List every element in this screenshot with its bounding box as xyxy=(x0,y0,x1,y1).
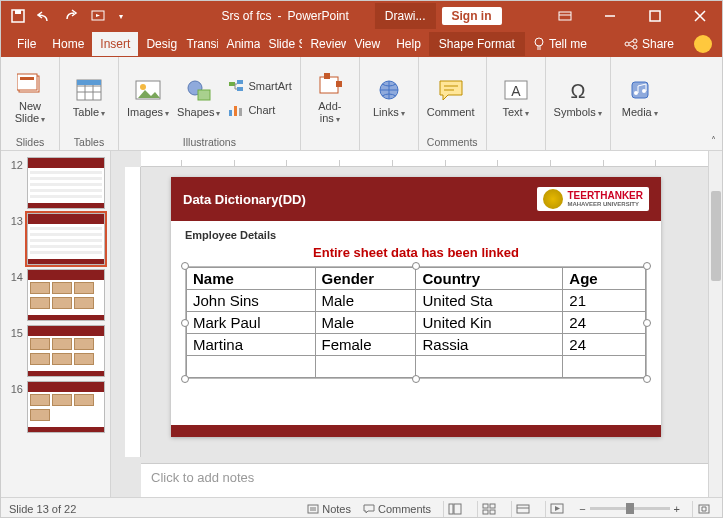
slide-counter[interactable]: Slide 13 of 22 xyxy=(9,503,76,515)
addins-button[interactable]: Add- ins xyxy=(309,70,351,125)
notes-toggle[interactable]: Notes xyxy=(307,503,351,515)
resize-handle[interactable] xyxy=(412,262,420,270)
slide-editor[interactable]: Data Dictionary(DD) TEERTHANKERMAHAVEER … xyxy=(111,151,722,497)
normal-view-icon[interactable] xyxy=(443,501,465,517)
zoom-slider[interactable] xyxy=(590,507,670,510)
chart-button[interactable]: Chart xyxy=(228,100,291,120)
resize-handle[interactable] xyxy=(643,262,651,270)
tmu-emblem-icon xyxy=(543,189,563,209)
slide-thumb-15[interactable] xyxy=(27,325,105,377)
zoom-out-button[interactable]: − xyxy=(579,503,585,515)
comment-button[interactable]: Comment xyxy=(427,76,475,118)
svg-rect-23 xyxy=(239,108,242,116)
tab-shape-format[interactable]: Shape Format xyxy=(429,32,525,56)
tab-file[interactable]: File xyxy=(9,32,44,56)
smartart-button[interactable]: SmartArt xyxy=(228,76,291,96)
comments-toggle[interactable]: Comments xyxy=(363,503,431,515)
tab-home[interactable]: Home xyxy=(44,32,92,56)
slide-thumbnail-panel[interactable]: 12 13 14 15 16 xyxy=(1,151,111,497)
linked-object-frame[interactable]: Name Gender Country Age John SinsMaleUni… xyxy=(185,266,647,379)
table-header-row: Name Gender Country Age xyxy=(187,268,646,290)
chart-icon xyxy=(228,102,244,118)
fit-to-window-icon[interactable] xyxy=(692,501,714,517)
document-title: Srs of fcs xyxy=(221,9,271,23)
svg-rect-13 xyxy=(77,80,101,85)
ribbon-options-icon[interactable] xyxy=(542,1,587,31)
svg-rect-43 xyxy=(699,505,709,513)
table-row: Mark PaulMaleUnited Kin24 xyxy=(187,312,646,334)
svg-rect-26 xyxy=(336,81,342,87)
redo-icon[interactable] xyxy=(65,9,79,23)
svg-rect-22 xyxy=(234,106,237,116)
notes-pane[interactable]: Click to add notes xyxy=(141,463,708,497)
tab-slideshow[interactable]: Slide S xyxy=(260,32,302,56)
slide-thumb-12[interactable] xyxy=(27,157,105,209)
svg-rect-25 xyxy=(324,73,330,79)
resize-handle[interactable] xyxy=(643,375,651,383)
slide-thumb-16[interactable] xyxy=(27,381,105,433)
qat-more-icon[interactable]: ▾ xyxy=(119,12,123,21)
tab-transitions[interactable]: Transi xyxy=(178,32,218,56)
title-bar: ▾ Srs of fcs - PowerPoint Drawi... Sign … xyxy=(1,1,722,31)
images-icon xyxy=(134,76,162,104)
maximize-button[interactable] xyxy=(632,1,677,31)
table-icon xyxy=(75,76,103,104)
resize-handle[interactable] xyxy=(181,319,189,327)
share-button[interactable]: Share xyxy=(614,37,684,51)
tab-insert[interactable]: Insert xyxy=(92,32,138,56)
table-row: John SinsMaleUnited Sta21 xyxy=(187,290,646,312)
close-button[interactable] xyxy=(677,1,722,31)
slide-sorter-view-icon[interactable] xyxy=(477,501,499,517)
slide-thumb-14[interactable] xyxy=(27,269,105,321)
links-button[interactable]: Links xyxy=(368,76,410,119)
tab-animations[interactable]: Anima xyxy=(218,32,260,56)
resize-handle[interactable] xyxy=(412,375,420,383)
contextual-tab-label: Drawi... xyxy=(375,3,436,29)
resize-handle[interactable] xyxy=(181,375,189,383)
text-icon: A xyxy=(502,76,530,104)
media-button[interactable]: Media xyxy=(619,76,661,119)
slideshow-view-icon[interactable] xyxy=(545,501,567,517)
save-icon[interactable] xyxy=(11,9,25,23)
new-slide-button[interactable]: New Slide xyxy=(9,70,51,125)
start-from-beginning-icon[interactable] xyxy=(91,9,107,23)
zoom-in-button[interactable]: + xyxy=(674,503,680,515)
coming-soon-icon[interactable] xyxy=(694,35,712,53)
resize-handle[interactable] xyxy=(643,319,651,327)
slide-canvas[interactable]: Data Dictionary(DD) TEERTHANKERMAHAVEER … xyxy=(171,177,661,437)
svg-rect-41 xyxy=(517,505,529,513)
svg-rect-18 xyxy=(229,82,235,86)
svg-rect-35 xyxy=(449,504,453,514)
svg-rect-19 xyxy=(237,80,243,84)
text-button[interactable]: A Text xyxy=(495,76,537,119)
svg-point-32 xyxy=(634,91,638,95)
symbols-button[interactable]: Ω Symbols xyxy=(554,76,602,119)
svg-rect-36 xyxy=(454,504,461,514)
tab-view[interactable]: View xyxy=(346,32,388,56)
collapse-ribbon-icon[interactable]: ˄ xyxy=(711,135,716,146)
minimize-button[interactable] xyxy=(587,1,632,31)
tell-me[interactable]: Tell me xyxy=(525,37,595,51)
scrollbar-thumb[interactable] xyxy=(711,191,721,281)
images-button[interactable]: Images xyxy=(127,76,169,119)
tab-design[interactable]: Desig xyxy=(138,32,178,56)
share-icon xyxy=(624,38,638,50)
slide-thumb-13[interactable] xyxy=(27,213,105,265)
tab-help[interactable]: Help xyxy=(388,32,429,56)
shapes-button[interactable]: Shapes xyxy=(177,76,220,119)
undo-icon[interactable] xyxy=(37,9,53,23)
annotation-text: Entire sheet data has been linked xyxy=(185,245,647,260)
vertical-ruler xyxy=(125,167,141,457)
zoom-control[interactable]: − + xyxy=(579,503,680,515)
svg-rect-1 xyxy=(15,10,21,14)
vertical-scrollbar[interactable] xyxy=(708,151,722,497)
tab-review[interactable]: Review xyxy=(302,32,346,56)
svg-rect-37 xyxy=(483,504,488,508)
reading-view-icon[interactable] xyxy=(511,501,533,517)
resize-handle[interactable] xyxy=(181,262,189,270)
slide-subtitle: Employee Details xyxy=(185,229,647,241)
comments-icon xyxy=(363,504,375,514)
sign-in-button[interactable]: Sign in xyxy=(442,7,502,25)
notes-icon xyxy=(307,504,319,514)
table-button[interactable]: Table xyxy=(68,76,110,119)
